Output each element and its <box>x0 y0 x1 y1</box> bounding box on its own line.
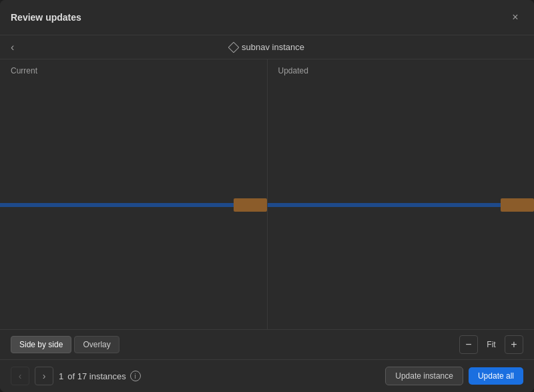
info-icon[interactable]: i <box>130 371 141 381</box>
zoom-in-button[interactable]: + <box>505 335 523 354</box>
modal-header: Review updates × <box>0 0 534 35</box>
current-bar-brown <box>234 198 267 212</box>
bottom-toolbar: Side by side Overlay − Fit + <box>0 329 534 359</box>
modal-title: Review updates <box>11 12 81 23</box>
update-instance-button[interactable]: Update instance <box>385 367 463 385</box>
of-instances-label: of 17 instances <box>67 371 125 381</box>
instance-count: 1 of 17 instances i <box>59 371 141 381</box>
prev-instance-button[interactable]: ‹ <box>11 367 29 385</box>
updated-preview <box>268 81 535 329</box>
zoom-fit-label: Fit <box>483 340 499 349</box>
footer-right: Update instance Update all <box>385 367 523 385</box>
zoom-out-button[interactable]: − <box>459 335 478 354</box>
prev-arrow-icon: ‹ <box>19 371 22 381</box>
view-toggle: Side by side Overlay <box>11 336 119 353</box>
updated-preview-bar <box>268 200 535 210</box>
update-all-button[interactable]: Update all <box>469 367 523 385</box>
updated-bar-blue <box>268 203 501 207</box>
nav-row: ‹ subnav instance <box>0 35 534 59</box>
current-bar-blue <box>0 203 234 207</box>
current-preview-bar <box>0 200 267 210</box>
updated-panel: Updated <box>268 59 535 329</box>
zoom-controls: − Fit + <box>459 335 523 354</box>
diamond-icon <box>228 41 240 53</box>
current-panel: Current <box>0 59 268 329</box>
close-button[interactable]: × <box>507 9 523 25</box>
updated-panel-label: Updated <box>268 59 535 81</box>
instance-name: subnav instance <box>242 42 304 52</box>
next-arrow-icon: › <box>43 371 46 381</box>
back-arrow-icon: ‹ <box>11 41 14 53</box>
updated-bar-brown <box>501 198 534 212</box>
footer: ‹ › 1 of 17 instances i Update instance … <box>0 359 534 392</box>
current-instance-number: 1 <box>59 371 63 381</box>
footer-left: ‹ › 1 of 17 instances i <box>11 367 141 385</box>
review-updates-modal: Review updates × ‹ subnav instance Curre… <box>0 0 534 392</box>
back-button[interactable]: ‹ <box>11 41 14 53</box>
side-by-side-button[interactable]: Side by side <box>11 336 71 353</box>
current-panel-label: Current <box>0 59 267 81</box>
instance-nav-label: subnav instance <box>230 42 304 52</box>
content-area: Current Updated <box>0 59 534 329</box>
next-instance-button[interactable]: › <box>35 367 53 385</box>
current-preview <box>0 81 267 329</box>
overlay-button[interactable]: Overlay <box>74 336 119 353</box>
